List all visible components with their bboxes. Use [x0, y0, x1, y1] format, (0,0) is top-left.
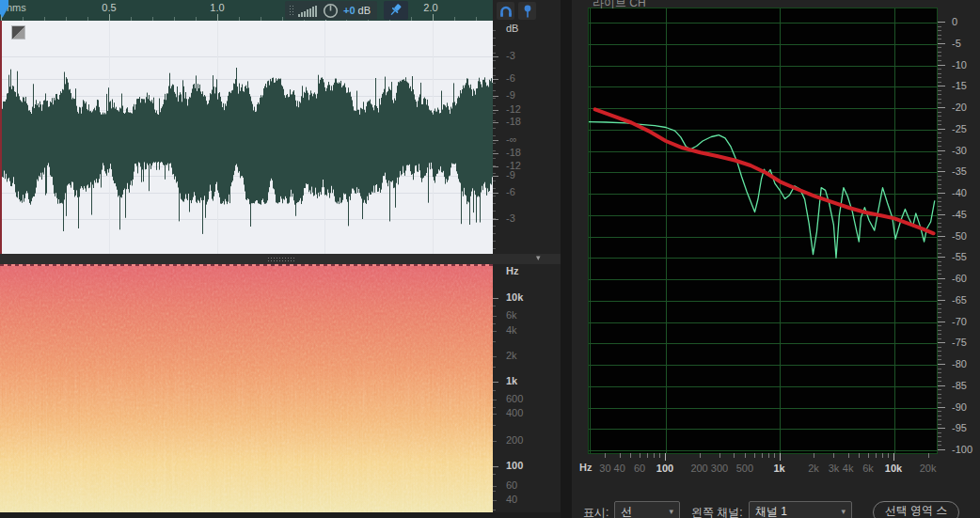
- hz-axis-label: 1k: [773, 463, 784, 474]
- panel-splitter[interactable]: ▾: [0, 254, 561, 264]
- db-minor-tick: [493, 158, 496, 159]
- db-minor-tick: [493, 241, 496, 242]
- db-axis-tick: [938, 351, 941, 352]
- db-scale-label: -18: [506, 116, 521, 127]
- db-axis-label: -35: [952, 165, 967, 177]
- hz-scale-label: 400: [506, 407, 523, 418]
- channel-label: 왼쪽 채널:: [691, 505, 743, 518]
- db-major-tick: [493, 122, 498, 123]
- gain-value[interactable]: +0 dB: [343, 5, 371, 16]
- playhead-marker[interactable]: [0, 0, 8, 18]
- hz-axis-tick: [833, 453, 834, 458]
- db-axis-tick: [938, 116, 941, 117]
- hz-axis-label: 30: [599, 463, 610, 474]
- amplitude-scale[interactable]: dB-3-6-9-12-18-∞-18-12-9-6-3: [493, 21, 561, 254]
- hz-scale-label: 10k: [506, 291, 523, 303]
- db-axis-tick: [938, 206, 941, 207]
- scan-selection-button[interactable]: 선택 영역 스캔: [873, 501, 959, 518]
- pin-hud-button[interactable]: [384, 1, 408, 20]
- panel-divider[interactable]: [561, 0, 572, 518]
- frequency-analysis-plot[interactable]: [588, 8, 938, 454]
- db-axis-tick: [938, 411, 941, 412]
- db-axis-label: -30: [952, 145, 967, 156]
- channel-select[interactable]: 채널 1▾: [749, 501, 852, 518]
- channel-corner-icon[interactable]: [11, 25, 25, 39]
- db-axis-label: -15: [952, 80, 967, 91]
- display-select[interactable]: 선▾: [614, 501, 680, 518]
- chevron-down-icon[interactable]: ▾: [536, 253, 541, 262]
- db-axis-tick: [938, 77, 941, 78]
- db-axis-tick: [938, 236, 945, 237]
- db-axis-tick: [938, 218, 941, 219]
- hz-axis-tick: [768, 453, 769, 458]
- green-curve: [589, 122, 935, 259]
- db-axis-tick: [938, 120, 941, 121]
- red-overlay-curve: [595, 109, 934, 233]
- hz-minor-tick: [493, 425, 496, 426]
- db-minor-tick: [493, 150, 496, 151]
- db-axis-label: -25: [952, 123, 967, 134]
- db-axis-tick: [938, 141, 941, 142]
- db-axis-tick: [938, 137, 941, 138]
- spectrogram-display[interactable]: [0, 264, 493, 512]
- db-axis-tick: [938, 99, 941, 100]
- db-axis-label: -85: [952, 380, 967, 391]
- db-axis-tick: [938, 372, 941, 373]
- hz-axis-tick: [859, 453, 860, 458]
- plot-curves: [589, 8, 937, 453]
- hz-axis-label: 300: [711, 463, 728, 474]
- hz-axis-tick: [647, 453, 648, 458]
- db-axis-tick: [938, 167, 941, 168]
- selection-dashed-border: [0, 264, 493, 266]
- db-axis-tick: [938, 377, 941, 378]
- db-axis-label: -80: [952, 358, 967, 369]
- db-axis-tick: [938, 338, 941, 339]
- gain-hud[interactable]: +0 dB: [285, 1, 377, 20]
- hz-axis-label: 100: [656, 463, 673, 474]
- hz-tick: [493, 441, 497, 442]
- db-axis-tick: [938, 240, 941, 241]
- hz-axis-tick: [774, 453, 775, 458]
- db-axis-tick: [938, 445, 941, 446]
- hz-minor-tick: [493, 306, 496, 306]
- db-axis-tick: [938, 26, 941, 27]
- db-axis-tick: [938, 163, 941, 164]
- hz-minor-tick: [493, 323, 496, 324]
- db-axis-tick: [938, 146, 941, 147]
- db-axis-tick: [938, 47, 941, 48]
- db-minor-tick: [493, 38, 496, 39]
- gain-knob-icon[interactable]: [323, 3, 339, 19]
- db-major-tick: [493, 56, 498, 57]
- waveform-image[interactable]: [0, 21, 493, 254]
- db-axis-tick: [938, 159, 941, 160]
- db-axis-label: 0: [952, 16, 957, 27]
- splitter-handle[interactable]: [267, 257, 295, 261]
- db-axis-tick: [938, 197, 941, 198]
- hud-drag-handle[interactable]: [289, 5, 293, 17]
- hz-minor-tick: [493, 341, 496, 342]
- frequency-scale[interactable]: Hz10k6k4k2k1k6004002001006040: [493, 264, 561, 512]
- playhead-line[interactable]: [0, 21, 2, 254]
- frequency-analysis-panel: 라이브 CH 0-5-10-15-20-25-30-35-40-45-50-55…: [572, 0, 980, 518]
- hz-axis-tick: [893, 453, 894, 461]
- db-minor-tick: [493, 196, 496, 196]
- db-axis-label: -100: [952, 444, 972, 455]
- db-scale-label: -9: [506, 89, 515, 101]
- db-axis-tick: [938, 261, 941, 262]
- waveform-display[interactable]: [0, 21, 493, 254]
- scale-pin-button[interactable]: [518, 2, 536, 20]
- hz-axis-label: 500: [736, 463, 753, 474]
- db-axis-tick: [938, 428, 945, 429]
- timeline-ruler[interactable]: hms 0.51.02.0 +0 dB: [0, 0, 493, 21]
- monitor-toggle-button[interactable]: [497, 2, 514, 20]
- db-axis-tick: [938, 385, 945, 386]
- ruler-time-label: 2.0: [423, 2, 437, 13]
- db-axis-tick: [938, 248, 941, 249]
- level-meter-icon: [298, 5, 318, 17]
- hz-axis-tick: [719, 453, 720, 458]
- db-scale-label: -6: [506, 72, 515, 84]
- db-axis-tick: [938, 102, 941, 103]
- hz-scale-label: 2k: [506, 350, 517, 361]
- db-minor-tick: [493, 75, 496, 76]
- db-axis-tick: [938, 129, 945, 130]
